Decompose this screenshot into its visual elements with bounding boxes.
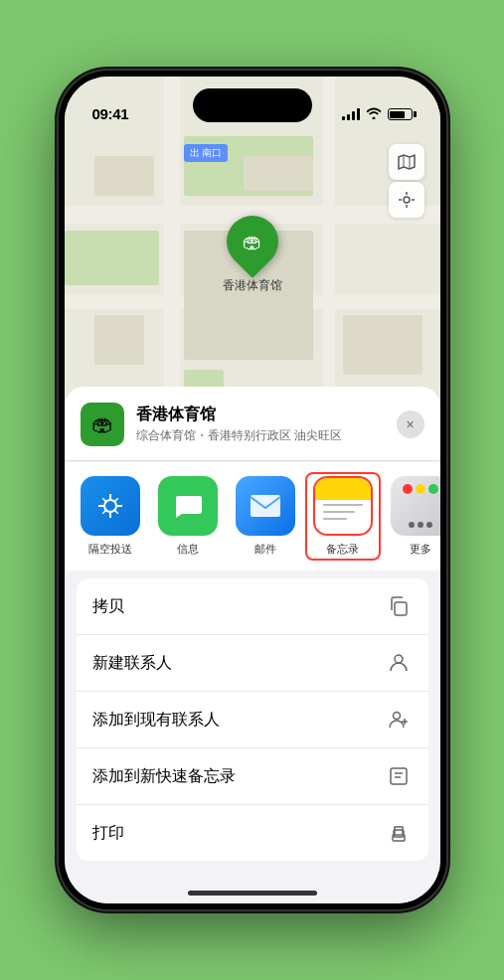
signal-bar-2 <box>347 114 350 120</box>
home-indicator <box>188 891 317 896</box>
share-row: 隔空投送 信息 <box>65 462 440 571</box>
notes-label: 备忘录 <box>326 542 359 557</box>
action-print[interactable]: 打印 <box>77 805 428 861</box>
share-item-notes[interactable]: 备忘录 <box>309 476 377 557</box>
action-add-contact[interactable]: 添加到现有联系人 <box>77 692 428 748</box>
dynamic-island <box>193 88 312 122</box>
action-new-contact[interactable]: 新建联系人 <box>77 635 428 692</box>
wifi-icon <box>366 106 382 122</box>
venue-name: 香港体育馆 <box>136 405 385 425</box>
mail-label: 邮件 <box>254 542 276 557</box>
svg-rect-15 <box>393 835 405 841</box>
action-add-contact-label: 添加到现有联系人 <box>92 710 220 731</box>
action-new-contact-label: 新建联系人 <box>92 653 172 674</box>
map-controls <box>389 144 424 218</box>
map-type-button[interactable] <box>389 144 424 180</box>
pin-inner-icon: 🏟 <box>243 231 262 253</box>
action-quick-note[interactable]: 添加到新快速备忘录 <box>77 748 428 805</box>
phone-frame: 09:41 <box>59 71 446 909</box>
person-icon <box>385 649 413 677</box>
action-print-label: 打印 <box>92 823 124 844</box>
map-label-text: 南口 <box>202 146 222 160</box>
messages-label: 信息 <box>177 542 199 557</box>
share-item-mail[interactable]: 邮件 <box>232 476 299 557</box>
location-button[interactable] <box>389 182 424 218</box>
airdrop-label: 隔空投送 <box>88 542 132 557</box>
svg-point-9 <box>393 713 400 720</box>
share-item-messages[interactable]: 信息 <box>154 476 222 557</box>
svg-rect-12 <box>391 768 407 784</box>
action-quick-note-label: 添加到新快速备忘录 <box>92 766 236 787</box>
status-time: 09:41 <box>92 105 129 122</box>
bottom-sheet: 🏟 香港体育馆 综合体育馆・香港特别行政区 油尖旺区 × <box>65 387 440 903</box>
person-add-icon <box>385 706 413 734</box>
signal-bar-4 <box>357 108 360 120</box>
signal-bar-1 <box>342 116 345 120</box>
share-item-more[interactable]: 更多 <box>387 476 440 557</box>
print-icon <box>385 819 413 847</box>
signal-bars-icon <box>342 108 360 120</box>
mail-icon <box>236 476 295 536</box>
action-copy[interactable]: 拷贝 <box>77 578 428 635</box>
share-item-airdrop[interactable]: 隔空投送 <box>77 476 144 557</box>
venue-info: 香港体育馆 综合体育馆・香港特别行政区 油尖旺区 <box>136 405 385 444</box>
action-list: 拷贝 新建联系人 <box>77 578 428 861</box>
location-pin[interactable]: 🏟 香港体育馆 <box>223 216 282 294</box>
battery-icon <box>388 108 413 120</box>
copy-icon <box>385 592 413 620</box>
building-small-2 <box>244 156 313 191</box>
close-button[interactable]: × <box>397 410 424 438</box>
building-small-4 <box>343 315 422 375</box>
pin-label: 香港体育馆 <box>223 277 282 294</box>
phone-screen: 09:41 <box>65 77 440 903</box>
note-icon <box>385 762 413 790</box>
status-icons <box>342 106 413 122</box>
building-small-1 <box>94 156 154 196</box>
sheet-header: 🏟 香港体育馆 综合体育馆・香港特别行政区 油尖旺区 × <box>65 387 440 461</box>
signal-bar-3 <box>352 111 355 120</box>
more-label: 更多 <box>410 542 431 557</box>
map-label-prefix: 出 <box>190 146 200 160</box>
map-exit-label: 出 南口 <box>184 144 228 162</box>
building-small-3 <box>94 315 144 365</box>
svg-point-8 <box>395 655 403 663</box>
action-copy-label: 拷贝 <box>92 596 124 617</box>
svg-point-0 <box>404 197 410 203</box>
venue-icon: 🏟 <box>81 403 124 446</box>
venue-description: 综合体育馆・香港特别行政区 油尖旺区 <box>136 427 385 444</box>
notes-icon <box>313 476 373 536</box>
more-icon <box>391 476 440 536</box>
messages-icon <box>158 476 218 536</box>
svg-rect-7 <box>395 602 407 615</box>
svg-rect-6 <box>251 495 280 517</box>
green-area-3 <box>65 231 159 285</box>
battery-fill <box>390 111 405 118</box>
airdrop-icon <box>81 476 140 536</box>
pin-circle: 🏟 <box>216 205 289 278</box>
